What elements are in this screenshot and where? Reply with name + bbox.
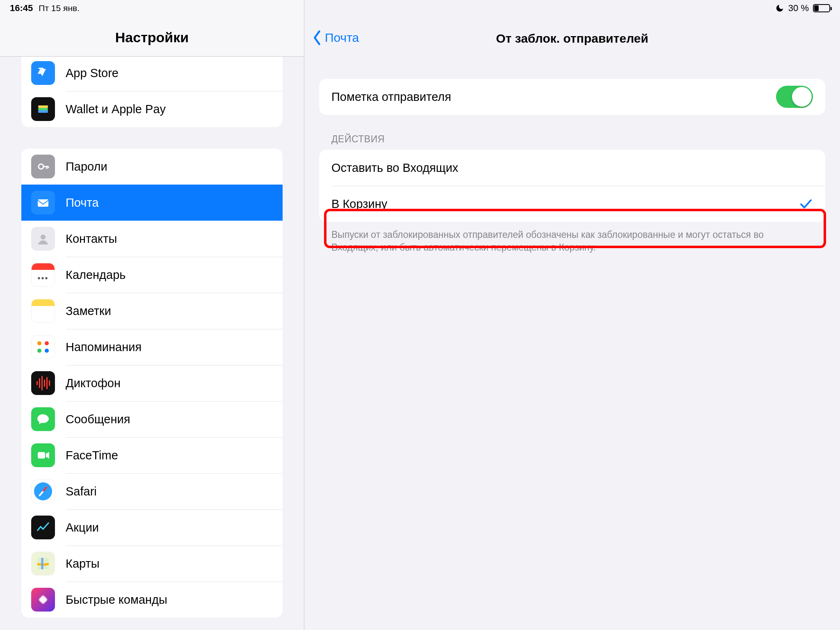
svg-rect-0 (38, 105, 48, 108)
do-not-disturb-icon (775, 4, 784, 13)
sidebar-item-label: Контакты (66, 232, 117, 246)
sidebar-item-label: Пароли (66, 160, 107, 173)
sidebar-item-messages[interactable]: Сообщения (21, 401, 283, 437)
action-leave-inbox-label: Оставить во Входящих (331, 161, 458, 175)
sidebar-item-facetime[interactable]: FaceTime (21, 437, 283, 473)
sidebar-item-label: Диктофон (66, 377, 121, 390)
sidebar-item-safari[interactable]: Safari (21, 473, 283, 509)
sidebar-item-label: App Store (66, 66, 119, 80)
mail-icon (31, 191, 55, 215)
svg-point-3 (39, 164, 43, 169)
sidebar-title: Настройки (115, 30, 189, 46)
contacts-icon (31, 227, 55, 251)
messages-icon (31, 407, 55, 431)
sidebar-item-label: Почта (66, 196, 99, 210)
sidebar-item-mail[interactable]: Почта (21, 185, 283, 221)
sidebar-item-appstore[interactable]: App Store (21, 57, 283, 91)
facetime-icon (31, 443, 55, 467)
stocks-icon (31, 516, 55, 539)
svg-rect-4 (38, 199, 48, 207)
actions-card: Оставить во Входящих В Корзину (319, 150, 825, 222)
sidebar-item-shortcuts[interactable]: Быстрые команды (21, 582, 283, 618)
sidebar-item-maps[interactable]: Карты (21, 546, 283, 582)
sidebar-item-label: Акции (66, 521, 99, 534)
reminders-icon (31, 335, 55, 359)
sidebar-group-apps: Пароли Почта Контакты ••• (21, 148, 283, 618)
action-leave-inbox[interactable]: Оставить во Входящих (319, 150, 825, 186)
shortcuts-icon (31, 588, 55, 612)
sidebar-item-calendar[interactable]: ••• Календарь (21, 257, 283, 293)
sidebar-item-reminders[interactable]: Напоминания (21, 329, 283, 365)
calendar-icon: ••• (31, 263, 55, 287)
mark-sender-card: Пометка отправителя (319, 79, 825, 115)
sidebar-item-label: Напоминания (66, 340, 142, 354)
settings-sidebar: Настройки App Store Wallet и Apple Pay (0, 0, 304, 630)
sidebar-item-stocks[interactable]: Акции (21, 509, 283, 546)
back-button[interactable]: Почта (312, 30, 359, 46)
sidebar-item-contacts[interactable]: Контакты (21, 221, 283, 257)
checkmark-icon (799, 197, 813, 211)
sidebar-item-label: Safari (66, 485, 97, 498)
sidebar-item-label: Календарь (66, 268, 126, 282)
sidebar-item-label: Сообщения (66, 413, 130, 426)
svg-rect-1 (38, 108, 48, 110)
key-icon (31, 155, 55, 178)
maps-icon (31, 552, 55, 575)
sidebar-item-voice-memos[interactable]: Диктофон (21, 365, 283, 401)
action-move-to-trash[interactable]: В Корзину (319, 186, 825, 222)
sidebar-item-wallet[interactable]: Wallet и Apple Pay (21, 91, 283, 127)
notes-icon (31, 299, 55, 323)
battery-percent: 30 % (788, 3, 809, 14)
svg-rect-8 (39, 596, 47, 604)
status-time: 16:45 (10, 3, 33, 14)
appstore-icon (31, 61, 55, 85)
voice-memos-icon (31, 371, 55, 395)
mark-sender-label: Пометка отправителя (331, 90, 451, 104)
sidebar-item-label: Быстрые команды (66, 593, 167, 607)
detail-title: От заблок. отправителей (304, 32, 840, 46)
detail-pane: Почта От заблок. отправителей Пометка от… (304, 0, 840, 630)
wallet-icon (31, 97, 55, 121)
svg-rect-6 (38, 452, 45, 459)
sidebar-group-store: App Store Wallet и Apple Pay (21, 57, 283, 127)
actions-footer-note: Выпуски от заблокированных отправителей … (331, 228, 813, 254)
back-button-label: Почта (325, 31, 359, 45)
sidebar-item-label: FaceTime (66, 449, 118, 462)
sidebar-item-label: Карты (66, 557, 100, 571)
status-bar: 16:45 Пт 15 янв. 30 % (0, 0, 840, 16)
action-move-to-trash-label: В Корзину (331, 197, 387, 211)
safari-icon (31, 479, 55, 503)
actions-section-label: ДЕЙСТВИЯ (331, 134, 825, 145)
mark-sender-toggle[interactable] (776, 86, 813, 108)
svg-point-5 (41, 235, 46, 240)
sidebar-item-label: Wallet и Apple Pay (66, 103, 166, 116)
sidebar-item-passwords[interactable]: Пароли (21, 148, 283, 185)
battery-icon (813, 4, 830, 12)
sidebar-item-label: Заметки (66, 304, 111, 318)
mark-sender-row[interactable]: Пометка отправителя (319, 79, 825, 115)
status-date: Пт 15 янв. (39, 3, 80, 13)
svg-rect-2 (38, 110, 48, 113)
sidebar-item-notes[interactable]: Заметки (21, 293, 283, 329)
